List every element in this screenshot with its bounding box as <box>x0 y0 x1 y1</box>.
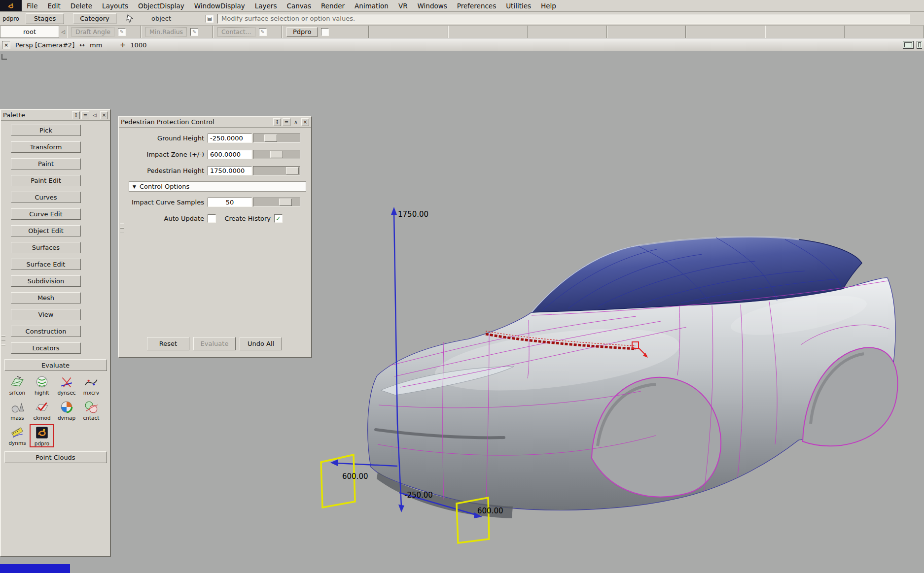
palette-edge-grip[interactable] <box>1 336 5 345</box>
tool-ckmod[interactable]: ckmod <box>30 399 54 421</box>
tool-srfcon[interactable]: srfcon <box>5 374 30 396</box>
palette-section-evaluate[interactable]: Evaluate <box>4 359 107 371</box>
dialog-close-icon[interactable]: × <box>301 118 309 126</box>
tool-mxcrv[interactable]: mxcrv <box>79 374 104 396</box>
pick-cursor-icon[interactable] <box>126 14 135 23</box>
menu-windows[interactable]: Windows <box>413 2 452 10</box>
section-expand-icon[interactable]: ▼ <box>133 184 136 189</box>
palette-tab-locators[interactable]: Locators <box>11 342 81 354</box>
palette-tab-surface-edit[interactable]: Surface Edit <box>11 259 81 270</box>
menu-windowdisplay[interactable]: WindowDisplay <box>189 2 250 10</box>
menu-render[interactable]: Render <box>316 2 350 10</box>
menu-canvas[interactable]: Canvas <box>282 2 316 10</box>
palette-collapse-icon[interactable]: ◁ <box>91 111 99 119</box>
menu-layers[interactable]: Layers <box>250 2 282 10</box>
viewport-close-icon[interactable]: × <box>2 41 10 49</box>
palette-tab-object-edit[interactable]: Object Edit <box>11 225 81 236</box>
menu-help[interactable]: Help <box>536 2 561 10</box>
shelf-empty-cell[interactable] <box>448 26 528 38</box>
min-radius-edit-icon[interactable]: ✎ <box>190 28 198 36</box>
pdpro-shelf-button[interactable]: Pdpro <box>286 27 318 37</box>
palette-tab-surfaces[interactable]: Surfaces <box>11 242 81 253</box>
control-options-label: Control Options <box>140 183 189 190</box>
undo-all-button[interactable]: Undo All <box>240 337 282 350</box>
display-toggle-partial-icon[interactable] <box>917 41 922 49</box>
dialog-title-bar[interactable]: Pedestrian Protection Control ↕ ≡ ∧ × <box>119 117 311 128</box>
tool-dynsec[interactable]: dynsec <box>54 374 79 396</box>
tool-dynms[interactable]: dynms <box>5 424 30 447</box>
shelf-empty-cell[interactable] <box>607 26 686 38</box>
dialog-edge-grip[interactable] <box>120 223 124 233</box>
shelf-empty-cell[interactable] <box>686 26 765 38</box>
palette-menu-icon[interactable]: ≡ <box>81 111 89 119</box>
menu-edit[interactable]: Edit <box>43 2 66 10</box>
shelf-empty-cell[interactable] <box>845 26 924 38</box>
impact-curve-samples-label: Impact Curve Samples <box>129 199 208 206</box>
shelf-scroll-left-icon[interactable]: ◁ <box>59 26 67 38</box>
menu-preferences[interactable]: Preferences <box>452 2 501 10</box>
prompt-list-icon[interactable]: ▤ <box>206 15 213 23</box>
dialog-resize-icon[interactable]: ↕ <box>273 118 281 126</box>
tool-cntact[interactable]: cntact <box>79 399 104 421</box>
object-mode-label[interactable]: object <box>151 15 171 22</box>
menu-delete[interactable]: Delete <box>66 2 97 10</box>
pdpro-option-box[interactable] <box>321 28 329 36</box>
palette-tab-curve-edit[interactable]: Curve Edit <box>11 208 81 220</box>
reset-button[interactable]: Reset <box>147 337 189 350</box>
stages-button[interactable]: Stages <box>26 13 64 24</box>
shelf-empty-cell[interactable] <box>765 26 845 38</box>
impact-curve-samples-input[interactable] <box>208 198 252 207</box>
dialog-title: Pedestrian Protection Control <box>121 118 272 126</box>
auto-update-checkbox[interactable] <box>208 214 216 223</box>
palette-tab-mesh[interactable]: Mesh <box>11 292 81 303</box>
palette-tab-construction[interactable]: Construction <box>11 326 81 337</box>
shelf-empty-cell[interactable] <box>528 26 607 38</box>
palette-close-icon[interactable]: × <box>100 111 108 119</box>
viewport-camera-label[interactable]: Persp [Camera#2] <box>15 41 74 49</box>
menu-vr[interactable]: VR <box>393 2 413 10</box>
display-toggle-icon[interactable] <box>903 41 914 49</box>
menu-file[interactable]: File <box>22 2 43 10</box>
palette-tab-paint[interactable]: Paint <box>11 158 81 169</box>
palette-section-point-clouds[interactable]: Point Clouds <box>4 451 107 463</box>
palette-tab-curves[interactable]: Curves <box>11 192 81 203</box>
evaluate-button[interactable]: Evaluate <box>193 337 236 350</box>
shelf-empty-cell[interactable] <box>369 26 448 38</box>
tool-mass[interactable]: mass <box>5 399 30 421</box>
palette-tab-pick[interactable]: Pick <box>11 125 81 136</box>
palette-tab-view[interactable]: View <box>11 309 81 320</box>
pedestrian-height-slider[interactable] <box>253 166 300 175</box>
palette-title-bar[interactable]: Palette ↕ ≡ ◁ × <box>1 110 110 121</box>
dialog-collapse-icon[interactable]: ∧ <box>292 118 300 126</box>
grid-crosshair-icon: ✛ <box>120 41 125 49</box>
impact-zone-input[interactable] <box>208 150 252 159</box>
ground-height-slider[interactable] <box>253 134 300 143</box>
draft-angle-edit-icon[interactable]: ✎ <box>118 28 126 36</box>
tool-pdpro-active[interactable]: pdpro <box>30 424 54 447</box>
menu-utilities[interactable]: Utilities <box>501 2 536 10</box>
create-history-checkbox[interactable]: ✓ <box>274 214 283 223</box>
ground-height-input[interactable] <box>208 134 252 143</box>
control-options-section[interactable]: ▼ Control Options <box>129 181 306 192</box>
palette-tab-transform[interactable]: Transform <box>11 141 81 153</box>
impact-zone-slider[interactable] <box>253 150 300 159</box>
palette-tab-paint-edit[interactable]: Paint Edit <box>11 175 81 186</box>
menu-layouts[interactable]: Layouts <box>97 2 133 10</box>
menu-objectdisplay[interactable]: ObjectDisplay <box>133 2 189 10</box>
prompt-line-input[interactable] <box>217 14 910 24</box>
pedestrian-height-input[interactable] <box>208 166 252 175</box>
contact-edit-icon[interactable]: ✎ <box>259 28 267 36</box>
dialog-menu-icon[interactable]: ≡ <box>283 118 290 126</box>
shelf-item-pdpro[interactable]: Pdpro <box>282 26 369 38</box>
shelf-tab-root[interactable]: root <box>0 26 59 38</box>
category-button[interactable]: Category <box>73 13 116 24</box>
tool-dvmap[interactable]: dvmap <box>54 399 79 421</box>
shelf-item-draft-angle[interactable]: Draft Angle ✎ <box>67 26 141 38</box>
shelf-item-contact[interactable]: Contact... ✎ <box>213 26 282 38</box>
shelf-item-min-radius[interactable]: Min.Radius ✎ <box>141 26 213 38</box>
menu-animation[interactable]: Animation <box>350 2 393 10</box>
palette-resize-icon[interactable]: ↕ <box>72 111 80 119</box>
palette-tab-subdivision[interactable]: Subdivision <box>11 275 81 287</box>
impact-curve-samples-slider[interactable] <box>253 198 300 207</box>
tool-highlt[interactable]: highlt <box>30 374 54 396</box>
